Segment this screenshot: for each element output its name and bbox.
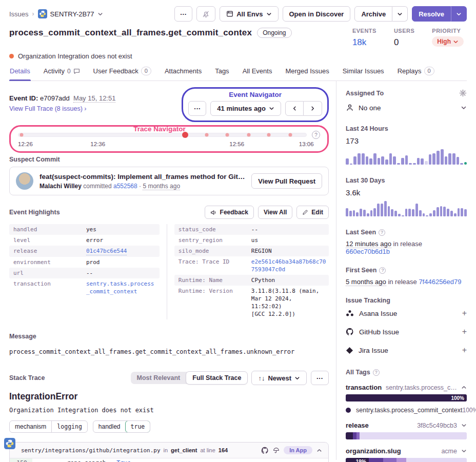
full-stack-trace-toggle[interactable]: Full Stack Trace — [186, 371, 248, 385]
trace-event-dot[interactable] — [205, 133, 209, 137]
tab-merged-issues[interactable]: Merged Issues — [285, 67, 329, 81]
code-mapping-icon[interactable] — [273, 447, 280, 454]
add-icon[interactable]: + — [462, 327, 467, 336]
frame-line-number: 164 — [219, 447, 228, 453]
resolve-button[interactable]: Resolve — [412, 6, 451, 22]
mute-button[interactable] — [196, 6, 215, 22]
trace-event-dot[interactable] — [267, 133, 271, 137]
chart-bar — [369, 158, 372, 165]
archive-button[interactable]: Archive — [354, 6, 392, 22]
archive-split-button: Archive — [354, 6, 408, 22]
code-line-content: repo_search = True — [32, 458, 131, 462]
assignee-selector[interactable]: No one — [346, 104, 467, 112]
help-icon[interactable]: ? — [312, 131, 320, 139]
breadcrumb-issue[interactable]: SENTRY-2B77 — [38, 9, 103, 18]
tab-all-events[interactable]: All Events — [242, 67, 273, 81]
tab-tags[interactable]: Tags — [214, 67, 229, 81]
chart-bar — [452, 153, 455, 165]
issue-tracking-item-jira[interactable]: Jira Issue+ — [346, 341, 467, 359]
tab-attachments[interactable]: Attachments — [164, 67, 202, 81]
event-id-line: Event ID: e7097add May 15, 12:51 — [9, 94, 115, 102]
last-seen-release-link[interactable]: 660ec70b6d1b — [346, 248, 390, 255]
tab-activity[interactable]: Activity0 — [43, 67, 81, 81]
add-icon[interactable]: + — [462, 309, 467, 318]
github-icon[interactable] — [261, 447, 269, 454]
highlight-key: status_code — [179, 226, 251, 233]
tag-pill-value: logging — [51, 421, 87, 432]
feedback-button[interactable]: Feedback — [205, 206, 254, 219]
trace-event-dot[interactable] — [289, 133, 292, 137]
issue-tracking-item-asana[interactable]: Asana Issue+ — [346, 304, 467, 323]
add-icon[interactable]: + — [462, 346, 467, 355]
tag-entry-header[interactable]: organization.slugacme — [346, 447, 467, 455]
highlight-value: REGION — [251, 247, 272, 255]
tag-bar-segment: 19% — [346, 458, 369, 462]
chart-bar — [346, 158, 349, 165]
event-timestamp: May 15, 12:51 — [73, 94, 115, 103]
tag-legend-row[interactable]: sentry.tasks.process_commit_context100% — [346, 407, 467, 414]
tag-distribution-bar: 100% — [346, 394, 467, 401]
trace-event-dot[interactable] — [225, 133, 229, 137]
trace-event-dot[interactable] — [19, 133, 23, 137]
chevron-left-icon — [292, 106, 298, 111]
highlight-row: url-- — [9, 268, 160, 278]
last-30-days-label: Last 30 Days — [346, 177, 467, 184]
trace-timeline[interactable] — [18, 133, 307, 137]
sort-dropdown[interactable]: ↑↓ Newest — [251, 371, 307, 385]
info-icon[interactable]: ? — [379, 267, 386, 274]
tag-pill-value: true — [125, 420, 151, 433]
tag-legend-percent: 100% — [462, 407, 476, 414]
highlight-value[interactable]: sentry.tasks.process _commit_context — [86, 280, 154, 295]
first-seen-release-link[interactable]: 7f446256ed79 — [419, 278, 461, 286]
priority-badge[interactable]: High — [432, 36, 464, 47]
issue-tracking-item-github[interactable]: GitHub Issue+ — [346, 323, 467, 341]
highlight-row: environmentprod — [9, 257, 160, 268]
tag-bar-segment — [346, 432, 353, 439]
open-in-discover-button[interactable]: Open in Discover — [283, 6, 351, 22]
commit-sha-link[interactable]: a552568 — [113, 183, 137, 190]
chevron-up-icon[interactable] — [316, 448, 322, 453]
view-pull-request-button[interactable]: View Pull Request — [251, 173, 322, 189]
more-actions-button[interactable]: ··· — [174, 6, 192, 22]
tab-similar-issues[interactable]: Similar Issues — [342, 67, 385, 81]
tag-entry-header[interactable]: transactionsentry.tasks.process_com… — [346, 384, 467, 391]
avatar — [16, 172, 33, 190]
stat-value[interactable]: 18k — [352, 37, 376, 48]
trace-event-dot[interactable] — [247, 133, 250, 137]
info-icon[interactable]: ? — [379, 229, 385, 236]
first-seen-label: First Seen ? — [346, 267, 467, 274]
tab-details[interactable]: Details — [9, 67, 31, 81]
event-age-dropdown[interactable]: 41 minutes ago — [210, 101, 281, 116]
chart-bar — [429, 213, 432, 216]
resolve-dropdown-button[interactable] — [451, 6, 467, 22]
asana-icon — [346, 309, 354, 317]
breadcrumb-issues-link[interactable]: Issues — [9, 10, 29, 18]
stack-trace-more-button[interactable]: ··· — [311, 371, 329, 385]
tab-replays[interactable]: Replays0 — [397, 67, 435, 81]
edit-button[interactable]: Edit — [296, 206, 329, 219]
tab-user-feedback[interactable]: User Feedback0 — [93, 67, 152, 81]
tag-name: transaction — [346, 384, 382, 391]
chart-bar — [445, 156, 448, 165]
chart-bar — [437, 151, 440, 165]
chart-bar — [356, 212, 359, 216]
tag-entry-header[interactable]: release3f8c5c49bcb3 — [346, 421, 467, 429]
highlight-value[interactable]: 01c47bc6e544 — [86, 247, 127, 255]
stack-frame-header[interactable]: sentry/integrations/github/integration.p… — [10, 443, 328, 458]
highlight-value[interactable]: e2e561c46ba34a87b68c70 7593047c0d — [251, 258, 326, 273]
previous-event-button[interactable] — [285, 101, 304, 116]
most-relevant-toggle[interactable]: Most Relevant — [131, 372, 187, 384]
tag-bar-percent: 19% — [356, 459, 369, 462]
view-all-button[interactable]: View All — [258, 206, 292, 219]
trace-timeline-labels: 12:2612:3612:5613:06 — [18, 140, 320, 150]
event-more-button[interactable]: ··· — [188, 101, 206, 116]
info-icon[interactable]: ? — [373, 369, 380, 376]
environment-selector[interactable]: All Envs — [220, 6, 278, 22]
commit-age: 5 months ago — [143, 183, 180, 190]
next-event-button[interactable] — [304, 101, 322, 116]
stat-users: USERS0 — [394, 28, 414, 48]
archive-dropdown-button[interactable] — [392, 6, 408, 22]
assignment-settings-button[interactable] — [459, 89, 467, 97]
issue-tracking-label: GitHub Issue — [359, 328, 399, 336]
view-full-trace-link[interactable]: View Full Trace (8 issues) › — [9, 105, 87, 112]
